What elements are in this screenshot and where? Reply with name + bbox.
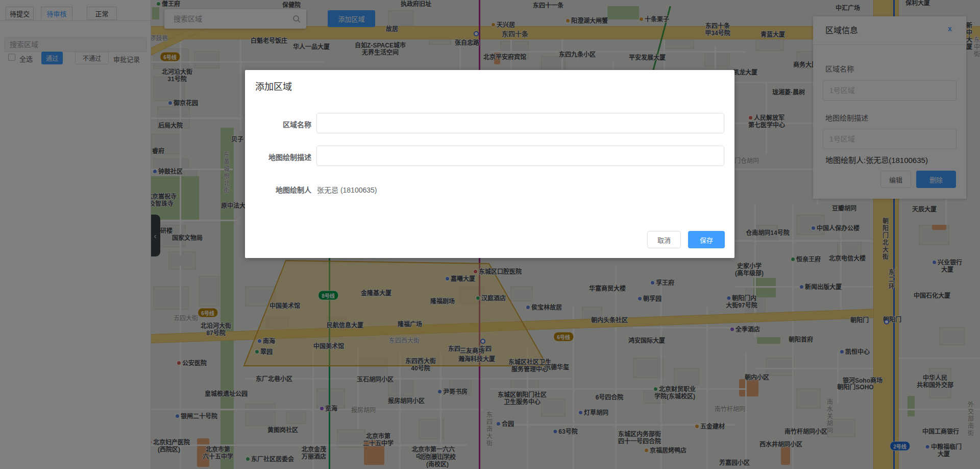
modal-drawer-label: 地图绘制人 bbox=[245, 184, 311, 195]
modal-name-field bbox=[316, 113, 724, 133]
modal-desc-label: 地图绘制描述 bbox=[245, 152, 311, 162]
add-region-modal: 添加区域 区域名称 地图绘制描述 地图绘制人 张无忌 (18100635) 取消… bbox=[245, 70, 734, 258]
save-button[interactable]: 保存 bbox=[688, 231, 725, 248]
modal-name-label: 区域名称 bbox=[245, 119, 311, 129]
modal-name-input[interactable] bbox=[316, 113, 724, 133]
modal-desc-input[interactable] bbox=[316, 146, 724, 166]
app-root: 南锣鼓巷僧王府保健院白魁老号饭庄华人一品大厦自如Z-SPACE城市 无界生活空间… bbox=[0, 0, 980, 469]
cancel-button[interactable]: 取消 bbox=[647, 231, 681, 248]
modal-title: 添加区域 bbox=[255, 79, 292, 92]
modal-drawer-value: 张无忌 (18100635) bbox=[317, 184, 377, 195]
modal-desc-field bbox=[316, 146, 724, 166]
